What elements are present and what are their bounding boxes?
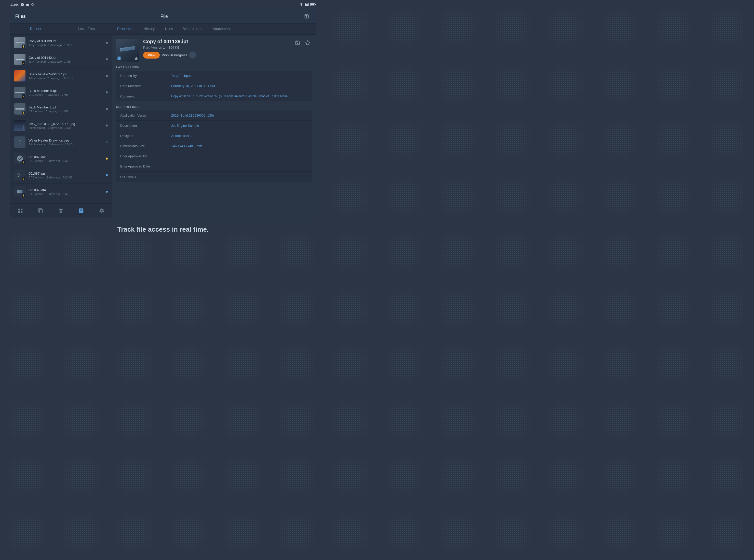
file-name: Copy of 001139.ipt: [28, 39, 104, 43]
svg-rect-5: [15, 92, 24, 93]
info-label: Comment: [120, 95, 171, 98]
file-thumb: 🔒: [14, 203, 25, 203]
info-label: Dimensions/Size: [120, 144, 171, 148]
info-value-designer: Autodesk Inc..: [171, 134, 308, 138]
info-value-flcdmsid: [171, 175, 308, 179]
lock-overlay-icon: [135, 57, 138, 61]
left-tabs: Recent Local Files: [10, 24, 112, 35]
info-label: Engr Approved Date: [120, 164, 171, 168]
list-item[interactable]: 🔒 Back Member R.ipt CAD Admin 7 days ago…: [10, 84, 112, 101]
status-icons: [21, 3, 34, 6]
status-left: 11:44: [10, 3, 34, 7]
info-row-flcdmsid: FLCdmsID: [116, 172, 312, 182]
file-info: Copy of 001142.ipt Tony Techpub 1 days a…: [28, 56, 104, 63]
tab-properties[interactable]: Properties: [112, 24, 139, 34]
preview-thumb-overlay: [117, 56, 138, 61]
tab-history[interactable]: History: [139, 24, 160, 34]
svg-rect-1: [310, 4, 314, 5]
header-action-icons: [293, 39, 312, 47]
preview-thumb: [116, 39, 139, 62]
file-dot: [106, 191, 108, 193]
svg-rect-2: [315, 4, 316, 5]
file-thumb: 🔒: [14, 103, 25, 115]
save-icon-btn[interactable]: [303, 12, 311, 20]
file-thumb: 🔒: [14, 169, 25, 181]
file-info: 001087.ipn CAD Admin 19 days ago 512 KB: [28, 172, 104, 179]
file-preview-header: Copy of 001139.ipt Part, Version 1 – 169…: [116, 39, 312, 62]
list-item[interactable]: 🔒 001087.iam CAD Admin 19 days ago 1 MB: [10, 183, 112, 200]
file-name: Back Member R.ipt: [28, 89, 104, 93]
preview-filename: Copy of 001139.ipt: [143, 39, 188, 44]
status-bar: 11:44: [0, 0, 326, 9]
nav-grid[interactable]: [16, 206, 25, 215]
list-item[interactable]: 🔒 Copy of 001142.ipt Tony Techpub 1 days…: [10, 51, 112, 68]
file-icon-blue: [117, 56, 122, 61]
list-item[interactable]: 🔒 Back Member L.ipt CAD Admin 7 days ago…: [10, 101, 112, 117]
file-name: 001087.idw: [28, 155, 104, 159]
info-row-app-version: Application Version 2019 (Build 23013600…: [116, 111, 312, 121]
info-value-engr-approved-date: [171, 164, 308, 168]
file-dot: [106, 75, 108, 77]
tab-uses[interactable]: Uses: [160, 24, 178, 34]
file-meta: Administrator 2 days ago 978 KB: [28, 77, 104, 80]
nav-file-active[interactable]: [77, 206, 86, 215]
list-item[interactable]: 🔒 001087.idw CAD Admin 19 days ago 6 MB: [10, 151, 112, 167]
notification-icon: [21, 3, 24, 6]
file-thumb: 🔒: [14, 153, 25, 164]
file-dot: [106, 158, 108, 160]
info-value-engr-approved-by: [171, 154, 308, 158]
tab-where-used[interactable]: Where used: [178, 24, 207, 34]
tab-attachments[interactable]: Attachments: [208, 24, 238, 34]
file-info: Back Member R.ipt CAD Admin 7 days ago 1…: [28, 89, 104, 96]
file-info: Copy of 001139.ipt Tony Techpub 1 days a…: [28, 39, 104, 46]
file-dot: [106, 141, 108, 143]
file-meta: CAD Admin 19 days ago 512 KB: [28, 176, 104, 179]
app-title: Files: [15, 14, 26, 19]
file-dot: [106, 92, 108, 94]
file-dot: [106, 174, 108, 176]
wifi-icon: [299, 3, 304, 6]
file-name: Copy of 001142.ipt: [28, 56, 104, 60]
star-button[interactable]: [304, 39, 312, 47]
list-item[interactable]: 🔒 Copy of 001139.ipt Tony Techpub 1 days…: [10, 35, 112, 51]
app-container: Files File Recent Local Files: [10, 9, 316, 218]
nav-copy[interactable]: [36, 206, 45, 215]
view-button[interactable]: View: [143, 52, 160, 59]
list-item[interactable]: IMG_20210120_072900171.jpg Administrator…: [10, 117, 112, 134]
more-button[interactable]: ···: [189, 52, 196, 59]
tab-recent[interactable]: Recent: [10, 24, 61, 34]
last-version-label: LAST VERSION: [116, 66, 312, 69]
file-thumb: ?: [14, 136, 25, 148]
left-panel: Recent Local Files 🔒 Copy of 001139.ipt: [10, 24, 112, 218]
list-item[interactable]: 🔒 001087.ipn CAD Admin 19 days ago 512 K…: [10, 167, 112, 183]
list-item[interactable]: ? Water Heater Drawings.psg Administrato…: [10, 134, 112, 151]
svg-rect-15: [80, 211, 82, 211]
info-row-designer: Designer Autodesk Inc..: [116, 131, 312, 141]
file-name: Back Member L.ipt: [28, 105, 104, 109]
list-item[interactable]: Snapchat-1265404837.jpg Administrator 2 …: [10, 68, 112, 84]
status-right: [299, 3, 316, 6]
svg-rect-18: [118, 57, 121, 60]
info-label: Designer: [120, 134, 171, 138]
file-info: IMG_20210120_072900171.jpg Administrator…: [28, 122, 104, 129]
last-version-table: Created By Tony Techpub Date Modified Fe…: [116, 71, 312, 101]
right-content: Copy of 001139.ipt Part, Version 1 – 169…: [112, 35, 316, 218]
svg-point-7: [17, 174, 20, 176]
svg-rect-4: [16, 59, 24, 60]
info-label: Description: [120, 124, 171, 127]
file-meta: Administrator 17 days ago 13 KB: [28, 143, 104, 146]
file-list: 🔒 Copy of 001139.ipt Tony Techpub 1 days…: [10, 35, 112, 203]
file-meta: Tony Techpub 1 days ago 1 MB: [28, 60, 104, 63]
save-button[interactable]: [293, 39, 302, 47]
list-item[interactable]: 🔒 Copy of 001204.iam IndiaTS1 3 months a…: [10, 200, 112, 203]
tab-local-files[interactable]: Local Files: [61, 24, 112, 34]
marketing-section: Track file access in real time.: [0, 218, 326, 241]
lock-icon: [26, 3, 29, 6]
nav-settings[interactable]: [97, 206, 106, 215]
info-row-dimensions: Dimensions/Size 146.1x43.7x48.1 mm: [116, 141, 312, 151]
info-value-comment: Copy of file '001139.ipt' version '6'. (…: [171, 94, 308, 99]
file-dot: [106, 58, 108, 60]
svg-rect-3: [16, 42, 24, 43]
svg-rect-9: [17, 190, 20, 193]
nav-layers[interactable]: [56, 206, 65, 215]
